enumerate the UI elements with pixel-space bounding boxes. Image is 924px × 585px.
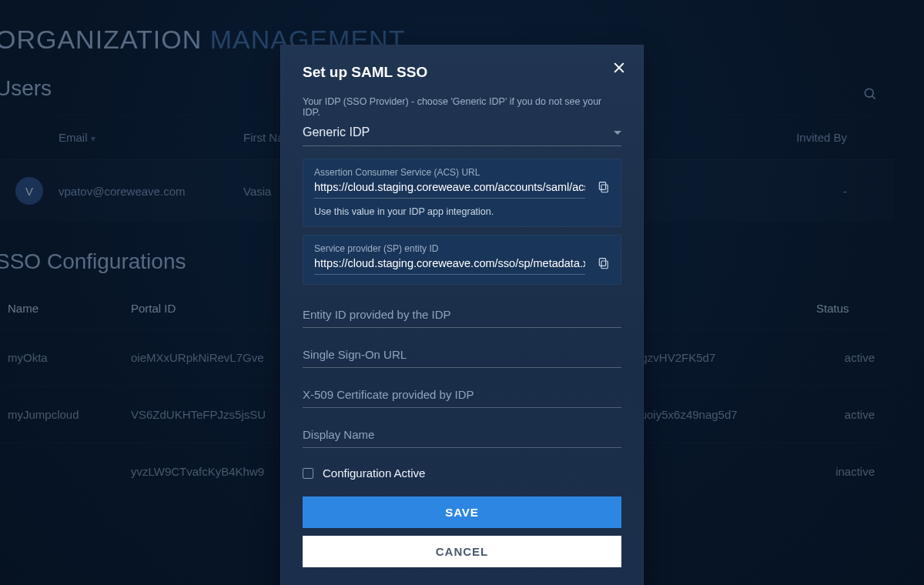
display-name-input[interactable] bbox=[303, 419, 621, 448]
sso-url-input[interactable] bbox=[303, 339, 621, 368]
copy-sp-button[interactable] bbox=[594, 254, 613, 272]
chevron-down-icon bbox=[614, 131, 621, 135]
sp-value: https://cloud.staging.coreweave.com/sso/… bbox=[314, 257, 585, 275]
modal-title: Set up SAML SSO bbox=[303, 64, 621, 81]
config-active-checkbox[interactable] bbox=[303, 468, 313, 479]
copy-icon bbox=[597, 256, 611, 270]
acs-value: https://cloud.staging.coreweave.com/acco… bbox=[314, 181, 585, 199]
copy-icon bbox=[597, 180, 611, 194]
save-button[interactable]: SAVE bbox=[303, 496, 621, 528]
acs-hint: Use this value in your IDP app integrati… bbox=[314, 206, 585, 217]
entity-id-input[interactable] bbox=[303, 299, 621, 328]
svg-rect-5 bbox=[599, 182, 605, 190]
svg-rect-6 bbox=[601, 261, 608, 269]
idp-selected-value: Generic IDP bbox=[303, 125, 370, 139]
modal-overlay: Set up SAML SSO Your IDP (SSO Provider) … bbox=[0, 0, 924, 585]
sp-entity-box: Service provider (SP) entity ID https://… bbox=[303, 235, 621, 285]
svg-rect-7 bbox=[599, 259, 605, 266]
acs-url-box: Assertion Consumer Service (ACS) URL htt… bbox=[303, 159, 621, 227]
x509-input[interactable] bbox=[303, 379, 621, 408]
svg-rect-4 bbox=[601, 185, 608, 192]
config-active-row[interactable]: Configuration Active bbox=[303, 466, 621, 480]
sp-label: Service provider (SP) entity ID bbox=[314, 243, 585, 254]
cancel-button[interactable]: CANCEL bbox=[303, 536, 621, 567]
close-button[interactable] bbox=[609, 58, 629, 78]
saml-sso-modal: Set up SAML SSO Your IDP (SSO Provider) … bbox=[280, 45, 644, 585]
config-active-label: Configuration Active bbox=[323, 466, 425, 480]
close-icon bbox=[611, 60, 627, 75]
acs-label: Assertion Consumer Service (ACS) URL bbox=[314, 167, 585, 178]
copy-acs-button[interactable] bbox=[594, 178, 613, 196]
idp-select[interactable]: Generic IDP bbox=[303, 124, 621, 146]
idp-hint: Your IDP (SSO Provider) - choose 'Generi… bbox=[303, 96, 621, 118]
